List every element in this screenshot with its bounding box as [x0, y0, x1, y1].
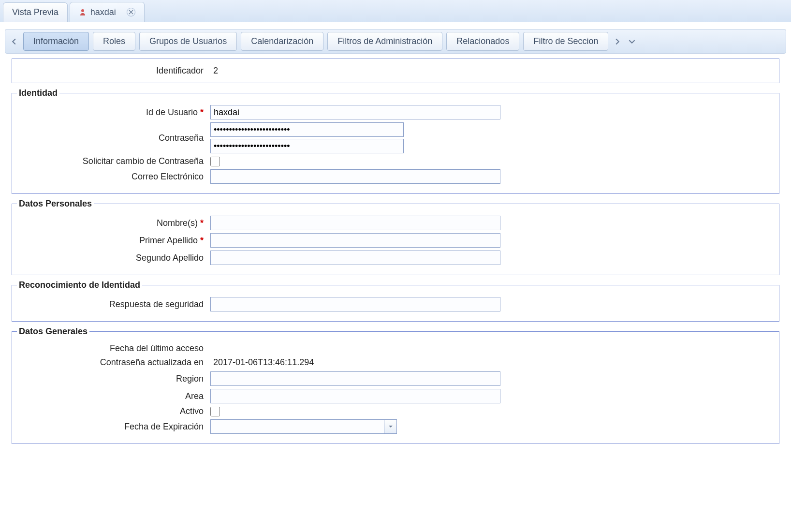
- required-marker: *: [200, 107, 204, 117]
- group-datos-generales-legend: Datos Generales: [17, 326, 89, 337]
- resp-seg-input[interactable]: [210, 297, 500, 311]
- user-icon: [79, 8, 87, 16]
- window-tab-user[interactable]: haxdai: [70, 2, 145, 22]
- tab-menu-button[interactable]: [625, 31, 639, 52]
- apellido1-input[interactable]: [210, 233, 500, 248]
- cambio-pwd-checkbox[interactable]: [210, 157, 220, 166]
- apellido2-input[interactable]: [210, 251, 500, 265]
- tab-grupos[interactable]: Grupos de Usuarios: [139, 32, 237, 51]
- expiracion-input[interactable]: [210, 419, 384, 434]
- activo-label: Activo: [17, 406, 210, 416]
- tab-scroll-right[interactable]: [610, 31, 625, 52]
- password-label: Contraseña: [17, 133, 210, 143]
- ultimo-acceso-value: [210, 348, 216, 350]
- tab-grupos-label: Grupos de Usuarios: [149, 36, 227, 46]
- group-identidad: Identidad Id de Usuario * Contraseña Sol…: [12, 88, 779, 194]
- tab-filtro-seccion[interactable]: Filtro de Seccion: [523, 32, 608, 51]
- tab-roles[interactable]: Roles: [93, 32, 135, 51]
- apellido2-label: Segundo Apellido: [17, 253, 210, 263]
- group-identidad-legend: Identidad: [17, 88, 59, 98]
- group-datos-generales: Datos Generales Fecha del último acceso …: [12, 326, 779, 444]
- password-input-1[interactable]: [210, 122, 404, 137]
- tab-scroll-left[interactable]: [7, 31, 21, 52]
- area-input[interactable]: [210, 389, 500, 403]
- region-label: Region: [17, 374, 210, 384]
- expiracion-label: Fecha de Expiración: [17, 422, 210, 432]
- identificador-label: Identificador: [17, 66, 210, 76]
- password-input-2[interactable]: [210, 139, 404, 153]
- nombres-label: Nombre(s): [157, 218, 198, 228]
- area-label: Area: [17, 391, 210, 401]
- required-marker: *: [200, 236, 204, 245]
- tab-calendarizacion-label: Calendarización: [251, 36, 313, 46]
- correo-label: Correo Electrónico: [17, 172, 210, 182]
- pwd-actualizada-label: Contraseña actualizada en: [17, 357, 210, 368]
- identificador-row: Identificador 2: [12, 59, 779, 83]
- apellido1-label: Primer Apellido: [139, 236, 198, 245]
- window-tab-preview[interactable]: Vista Previa: [3, 2, 68, 22]
- id-usuario-label: Id de Usuario: [146, 107, 198, 117]
- tab-relacionados-label: Relacionados: [456, 36, 509, 46]
- group-reconocimiento: Reconocimiento de Identidad Respuesta de…: [12, 280, 779, 322]
- resp-seg-label: Respuesta de seguridad: [17, 299, 210, 310]
- form-content: Identificador 2 Identidad Id de Usuario …: [0, 54, 791, 454]
- tab-informacion[interactable]: Información: [23, 32, 89, 51]
- tab-roles-label: Roles: [103, 36, 125, 46]
- tab-relacionados[interactable]: Relacionados: [446, 32, 519, 51]
- pwd-actualizada-value: 2017-01-06T13:46:11.294: [210, 356, 317, 369]
- section-tab-bar: Información Roles Grupos de Usuarios Cal…: [5, 29, 786, 54]
- correo-input[interactable]: [210, 169, 500, 184]
- tab-calendarizacion[interactable]: Calendarización: [241, 32, 323, 51]
- nombres-input[interactable]: [210, 216, 500, 230]
- window-tab-bar: Vista Previa haxdai: [0, 0, 791, 22]
- close-icon[interactable]: [127, 8, 135, 16]
- ultimo-acceso-label: Fecha del último acceso: [17, 343, 210, 354]
- tab-filtro-seccion-label: Filtro de Seccion: [533, 36, 598, 46]
- window-tab-preview-label: Vista Previa: [12, 7, 59, 17]
- group-datos-personales-legend: Datos Personales: [17, 199, 94, 209]
- group-reconocimiento-legend: Reconocimiento de Identidad: [17, 280, 142, 290]
- region-input[interactable]: [210, 371, 500, 386]
- cambio-pwd-label: Solicitar cambio de Contraseña: [17, 156, 210, 166]
- window-tab-user-label: haxdai: [90, 7, 116, 17]
- group-datos-personales: Datos Personales Nombre(s) * Primer Apel…: [12, 199, 779, 275]
- id-usuario-input[interactable]: [210, 105, 500, 119]
- tab-informacion-label: Información: [33, 36, 79, 46]
- required-marker: *: [200, 218, 204, 228]
- tab-filtros-admin-label: Filtros de Administración: [337, 36, 432, 46]
- tab-filtros-admin[interactable]: Filtros de Administración: [327, 32, 442, 51]
- activo-checkbox[interactable]: [210, 407, 220, 416]
- identificador-value: 2: [210, 65, 221, 77]
- expiracion-dropdown-button[interactable]: [384, 419, 397, 434]
- svg-point-0: [81, 9, 84, 12]
